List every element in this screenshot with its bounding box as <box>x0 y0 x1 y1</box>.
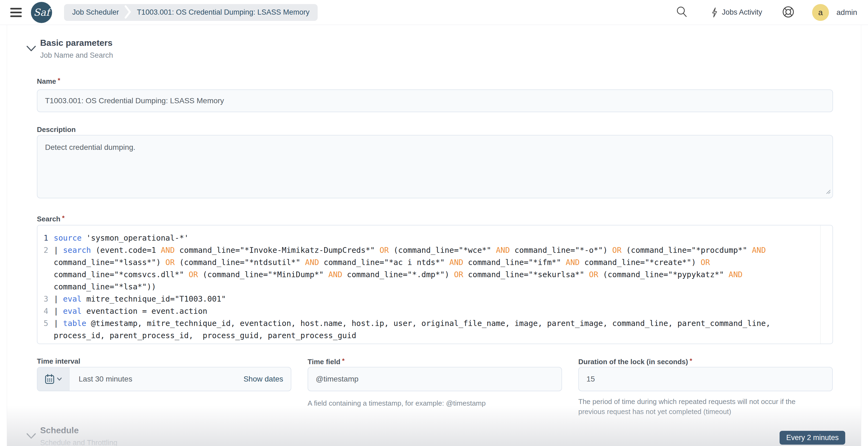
line-number: 5 <box>37 317 54 330</box>
code-line[interactable]: 5| table @timestamp, mitre_technique_id,… <box>37 317 833 330</box>
name-label: Name* <box>37 77 60 85</box>
line-number: 2 <box>37 244 54 256</box>
line-number: 4 <box>37 305 54 317</box>
jobs-activity-label: Jobs Activity <box>722 8 762 16</box>
user-avatar[interactable]: a <box>812 4 829 21</box>
time-field-input[interactable]: @timestamp <box>308 367 562 391</box>
line-number <box>37 269 54 281</box>
jobs-activity-button[interactable]: Jobs Activity <box>711 7 762 18</box>
show-dates-link[interactable]: Show dates <box>244 375 291 383</box>
lock-duration-label: Duration of the lock (in seconds)* <box>578 357 692 366</box>
lightning-icon <box>711 7 718 18</box>
hamburger-menu-icon[interactable] <box>10 8 22 17</box>
code-line[interactable]: command_line="*comsvcs.dll*" OR (command… <box>37 269 833 281</box>
description-textarea[interactable]: Detect credential dumping. <box>37 135 833 198</box>
schedule-subtitle: Schedule and Throttling <box>40 439 118 446</box>
chevron-down-icon <box>57 377 62 381</box>
time-field-helper: A field containing a timestamp, for exam… <box>308 398 562 408</box>
lock-duration-helper: The period of time during which repeated… <box>578 397 823 417</box>
time-interval-label: Time interval <box>37 357 80 366</box>
schedule-frequency-badge: Every 2 minutes <box>780 431 845 445</box>
breadcrumb-current-job[interactable]: T1003.001: OS Credential Dumping: LSASS … <box>131 8 315 16</box>
line-number <box>37 330 54 342</box>
name-input[interactable]: T1003.001: OS Credential Dumping: LSASS … <box>37 90 833 112</box>
code-line[interactable]: 3| eval mitre_technique_id="T1003.001" <box>37 293 833 305</box>
breadcrumb: Job Scheduler T1003.001: OS Credential D… <box>64 4 318 21</box>
code-line[interactable]: command_line="*lsass*") OR (command_line… <box>37 256 833 269</box>
code-line[interactable]: 2| search (event.code=1 AND command_line… <box>37 244 833 256</box>
code-line[interactable]: 4| eval eventaction = event.action <box>37 305 833 317</box>
time-field-label: Time field* <box>308 357 344 366</box>
username-label[interactable]: admin <box>837 8 857 17</box>
line-number <box>37 281 54 293</box>
line-number: 3 <box>37 293 54 305</box>
textarea-resize-handle[interactable] <box>825 187 831 196</box>
app-logo[interactable]: Saf <box>31 2 52 23</box>
time-interval-input[interactable]: Last 30 minutes Show dates <box>37 367 291 391</box>
code-line[interactable]: 1source 'sysmon_operational-*' <box>37 232 833 244</box>
description-label: Description <box>37 126 76 134</box>
help-lifebuoy-icon[interactable] <box>782 5 795 20</box>
search-icon[interactable] <box>676 6 688 19</box>
code-line[interactable]: command_line="*lsa*")) <box>37 281 833 293</box>
schedule-collapse-icon[interactable] <box>26 433 36 446</box>
lock-duration-input[interactable]: 15 <box>578 367 833 391</box>
date-picker-toggle[interactable] <box>37 368 69 391</box>
breadcrumb-separator-icon <box>124 3 131 22</box>
basic-parameters-collapse-icon[interactable] <box>26 45 36 60</box>
job-form: Basic parameters Job Name and Search Nam… <box>7 25 861 446</box>
line-number: 1 <box>37 232 54 244</box>
search-query-editor[interactable]: 1source 'sysmon_operational-*'2| search … <box>37 225 833 344</box>
code-line[interactable]: process_id, parent_process_id, process_g… <box>37 330 833 342</box>
line-number <box>37 256 54 269</box>
schedule-title: Schedule <box>40 425 118 436</box>
editor-scrollbar[interactable] <box>820 226 820 344</box>
search-label: Search* <box>37 214 65 223</box>
basic-parameters-subtitle: Job Name and Search <box>40 51 113 60</box>
breadcrumb-job-scheduler[interactable]: Job Scheduler <box>67 8 124 16</box>
basic-parameters-title: Basic parameters <box>40 38 113 48</box>
topbar: Saf Job Scheduler T1003.001: OS Credenti… <box>0 0 868 25</box>
time-interval-value: Last 30 minutes <box>69 375 140 383</box>
calendar-icon <box>45 374 55 384</box>
